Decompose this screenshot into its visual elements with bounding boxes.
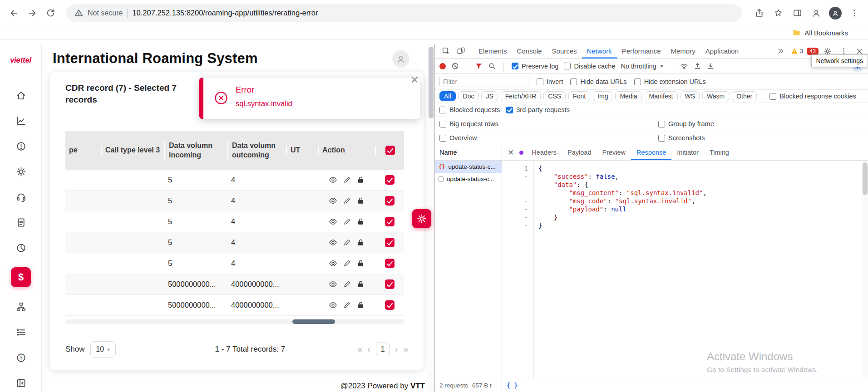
console-warnings-badge[interactable]: 3 [789,48,805,55]
filter-pill-manifest[interactable]: Manifest [645,91,678,101]
menu-kebab-icon[interactable] [847,9,862,18]
address-bar[interactable]: Not secure 10.207.252.135:8200/roaming-a… [66,4,742,22]
view-icon[interactable] [329,196,337,205]
detail-tab-response[interactable]: Response [631,145,671,160]
hide-extension-urls-checkbox[interactable]: Hide extension URLs [634,78,706,85]
lock-icon[interactable] [357,197,365,205]
side-panel-icon[interactable] [790,8,804,18]
filter-pill-other[interactable]: Other [732,91,757,101]
prev-page-icon[interactable]: ‹ [368,344,370,354]
tab-elements[interactable]: Elements [473,44,512,59]
user-avatar[interactable] [392,50,409,68]
lock-icon[interactable] [357,301,365,309]
select-all-checkbox[interactable] [385,146,395,155]
filter-input[interactable] [439,77,529,87]
hide-data-urls-checkbox[interactable]: Hide data URLs [570,78,626,85]
throttling-select[interactable]: No throttling ▼ [621,63,664,70]
edit-icon[interactable] [343,218,351,225]
tab-console[interactable]: Console [512,44,547,59]
profile-icon[interactable] [809,8,824,18]
filter-pill-all[interactable]: All [439,91,456,101]
export-har-icon[interactable] [707,62,715,70]
filter-pill-img[interactable]: Img [593,91,612,101]
avatar[interactable] [828,7,843,20]
sidebar-item-billing[interactable]: $ [11,267,31,287]
filter-pill-doc[interactable]: Doc [459,91,479,101]
forward-icon[interactable] [25,5,40,21]
view-icon[interactable] [329,217,337,226]
sidebar-item-reports[interactable] [15,115,27,127]
first-page-icon[interactable]: « [357,344,362,354]
name-column-header[interactable]: Name [435,145,502,161]
view-icon[interactable] [329,280,337,289]
view-icon[interactable] [329,259,337,268]
record-button[interactable] [439,63,446,69]
reload-icon[interactable] [43,5,58,21]
last-page-icon[interactable]: » [403,344,408,354]
current-page[interactable]: 1 [376,343,390,356]
tab-application[interactable]: Application [700,44,744,59]
view-icon[interactable] [329,238,337,247]
lock-icon[interactable] [357,176,365,184]
share-icon[interactable] [752,8,766,18]
row-checkbox[interactable] [385,196,395,206]
filter-pill-wasm[interactable]: Wasm [702,91,729,101]
close-detail-icon[interactable]: ✕ [502,148,519,157]
lock-icon[interactable] [357,260,365,267]
page-scrollbar-thumb[interactable] [429,47,434,118]
detail-tab-payload[interactable]: Payload [562,145,597,160]
bookmark-star-icon[interactable] [771,8,785,18]
tab-sources[interactable]: Sources [547,44,582,59]
lock-icon[interactable] [357,239,365,246]
sidebar-item-alerts[interactable] [15,140,27,152]
pretty-print-icon[interactable]: { } [507,382,518,389]
floating-settings-button[interactable] [412,209,431,228]
inspect-element-icon[interactable] [439,47,454,55]
request-row[interactable]: update-status-c... [435,173,502,185]
network-conditions-icon[interactable] [680,62,688,70]
detail-tab-headers[interactable]: Headers [526,145,562,160]
sidebar-item-tariff[interactable]: $ [15,352,27,363]
row-checkbox[interactable] [385,175,395,185]
edit-icon[interactable] [343,197,351,205]
detail-tab-timing[interactable]: Timing [704,145,735,160]
edit-icon[interactable] [343,260,351,267]
sidebar-item-statistics[interactable] [15,242,27,254]
next-page-icon[interactable]: › [395,344,398,354]
back-icon[interactable] [6,5,22,21]
sidebar-item-support[interactable] [15,191,27,203]
device-toolbar-icon[interactable] [454,47,469,55]
filter-pill-fetch-xhr[interactable]: Fetch/XHR [501,91,541,101]
import-har-icon[interactable] [694,62,701,70]
sidebar-item-network[interactable] [15,301,27,313]
big-request-rows-checkbox[interactable]: Big request rows [439,120,498,127]
devtools-close-icon[interactable] [853,48,866,55]
group-by-frame-checkbox[interactable]: Group by frame [658,120,714,127]
sidebar-item-settings[interactable] [15,166,27,177]
search-icon[interactable] [488,62,496,70]
lock-icon[interactable] [357,218,365,225]
edit-icon[interactable] [343,301,351,309]
all-bookmarks-label[interactable]: All Bookmarks [804,29,848,37]
view-icon[interactable] [329,176,337,184]
tab-memory[interactable]: Memory [666,44,700,59]
detail-tab-preview[interactable]: Preview [597,145,631,160]
view-icon[interactable] [329,301,337,309]
row-checkbox[interactable] [385,279,395,289]
third-party-requests-checkbox[interactable]: 3rd-party requests [506,106,570,113]
issues-badge[interactable]: 43 [807,48,819,55]
invert-checkbox[interactable]: Invert [537,78,563,85]
edit-icon[interactable] [343,280,351,288]
horizontal-scrollbar-thumb[interactable] [292,319,335,324]
tab-network[interactable]: Network [582,44,617,59]
filter-pill-js[interactable]: JS [481,91,498,101]
blocked-requests-checkbox[interactable]: Blocked requests [439,106,500,113]
response-scrollbar-thumb[interactable] [863,162,868,195]
filter-pill-media[interactable]: Media [615,91,641,101]
preserve-log-checkbox[interactable]: Preserve log [512,63,558,70]
row-checkbox[interactable] [385,259,395,268]
overview-checkbox[interactable]: Overview [439,134,477,142]
edit-icon[interactable] [343,239,351,246]
filter-pill-font[interactable]: Font [568,91,590,101]
filter-pill-css[interactable]: CSS [543,91,566,101]
